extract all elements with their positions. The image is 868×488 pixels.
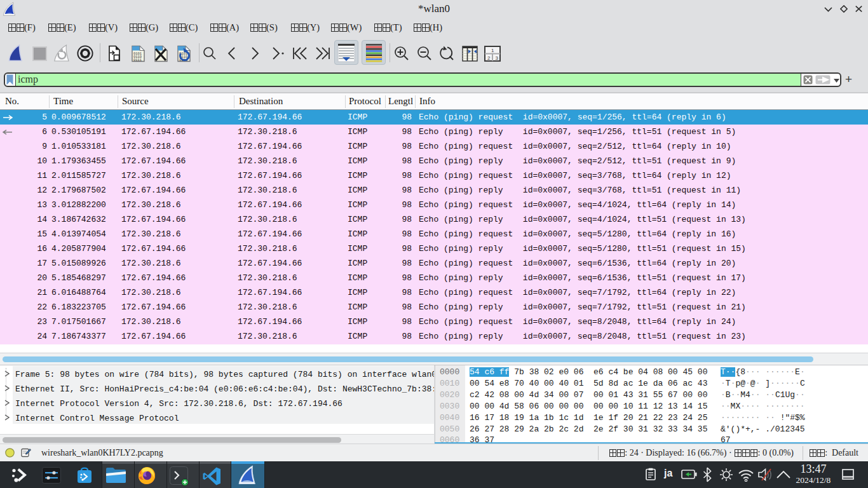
svg-text:0111: 0111	[133, 58, 142, 62]
svg-text:1: 1	[491, 48, 494, 53]
svg-text:3: 3	[496, 55, 499, 61]
svg-text:2: 2	[487, 55, 491, 61]
